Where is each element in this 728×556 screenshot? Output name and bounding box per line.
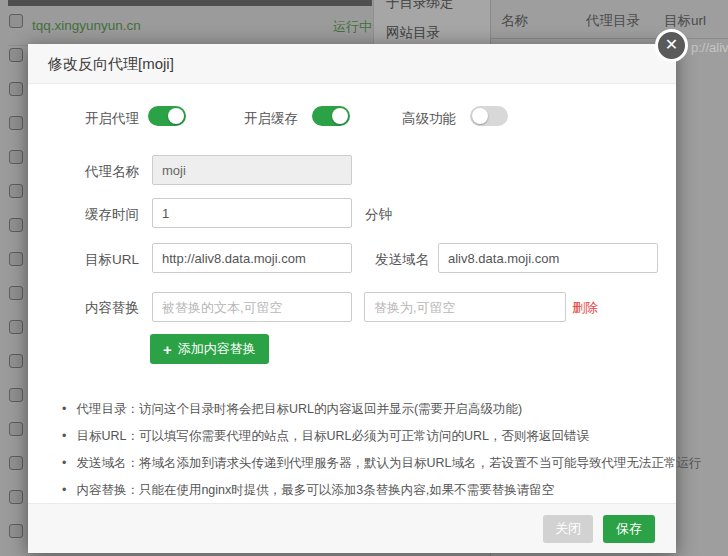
advanced-features-toggle[interactable] xyxy=(470,106,508,126)
target-url-input[interactable] xyxy=(152,243,352,273)
note-proxy-dir: 代理目录：访问这个目录时将会把目标URL的内容返回并显示(需要开启高级功能) xyxy=(62,396,662,423)
note-content-replace: 内容替换：只能在使用nginx时提供，最多可以添加3条替换内容,如果不需要替换请… xyxy=(62,477,662,504)
dialog-footer: 关闭 保存 xyxy=(28,503,676,553)
send-domain-label: 发送域名 xyxy=(375,251,429,269)
content-replace-label: 内容替换 xyxy=(85,299,139,317)
add-content-replace-label: 添加内容替换 xyxy=(178,340,256,358)
dialog-title: 修改反向代理[moji] xyxy=(28,44,676,84)
close-icon: ✕ xyxy=(665,37,678,53)
delete-replace-link[interactable]: 删除 xyxy=(572,299,598,317)
screen: tqq.xingyunyun.cn 运行中 子目录绑定 网站目录 xyxy=(0,0,728,556)
replace-from-input[interactable] xyxy=(152,292,352,322)
replace-to-input[interactable] xyxy=(364,292,566,322)
edit-reverse-proxy-dialog: 修改反向代理[moji] ✕ 开启代理 开启缓存 高级功能 代理名称 缓存时间 … xyxy=(28,44,676,553)
proxy-name-label: 代理名称 xyxy=(85,163,139,181)
enable-proxy-toggle[interactable] xyxy=(148,106,186,126)
cache-time-unit-label: 分钟 xyxy=(365,206,392,224)
cache-time-input[interactable] xyxy=(152,198,352,228)
close-button[interactable]: ✕ xyxy=(655,29,688,62)
enable-cache-toggle[interactable] xyxy=(312,106,350,126)
enable-cache-label: 开启缓存 xyxy=(244,110,298,128)
proxy-name-input[interactable] xyxy=(152,155,352,185)
save-button[interactable]: 保存 xyxy=(603,515,655,543)
send-domain-input[interactable] xyxy=(438,243,658,273)
note-target-url: 目标URL：可以填写你需要代理的站点，目标URL必须为可正常访问的URL，否则将… xyxy=(62,423,662,450)
plus-icon: + xyxy=(163,342,172,357)
add-content-replace-button[interactable]: + 添加内容替换 xyxy=(150,334,269,364)
advanced-features-label: 高级功能 xyxy=(402,110,456,128)
help-notes: 代理目录：访问这个目录时将会把目标URL的内容返回并显示(需要开启高级功能) 目… xyxy=(62,396,662,504)
target-url-label: 目标URL xyxy=(85,251,139,269)
cache-time-label: 缓存时间 xyxy=(85,206,139,224)
dialog-header: 修改反向代理[moji] xyxy=(28,44,676,84)
note-send-domain: 发送域名：将域名添加到请求头传递到代理服务器，默认为目标URL域名，若设置不当可… xyxy=(62,450,662,477)
close-dialog-button[interactable]: 关闭 xyxy=(543,515,593,543)
enable-proxy-label: 开启代理 xyxy=(85,110,139,128)
